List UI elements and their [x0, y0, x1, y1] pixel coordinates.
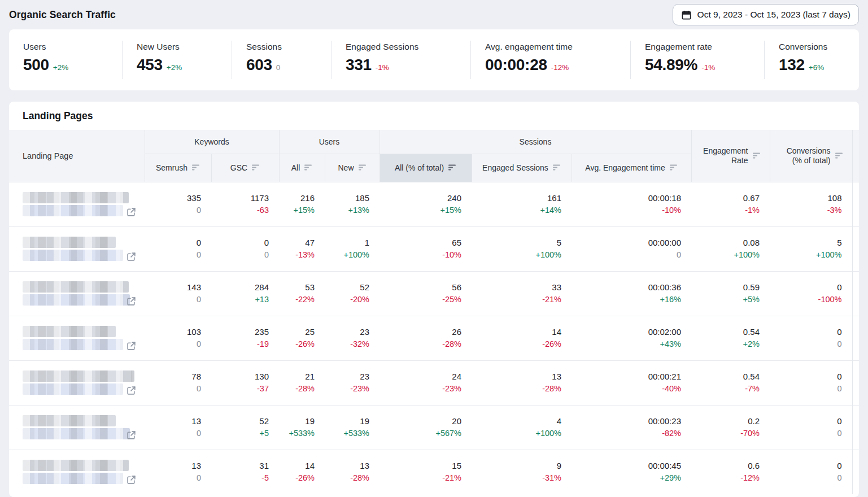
- cell-gsc-keywords[interactable]: 00: [211, 226, 279, 271]
- stat-value: 453: [137, 56, 163, 74]
- keyword-count-link[interactable]: 143: [145, 281, 201, 294]
- sort-icon[interactable]: [252, 163, 260, 172]
- keyword-count-link[interactable]: 0: [211, 237, 269, 249]
- column-header-semrush[interactable]: Semrush: [145, 154, 211, 182]
- external-link-icon[interactable]: [126, 296, 137, 307]
- keyword-count-link[interactable]: 103: [145, 326, 201, 338]
- delta: -5: [211, 472, 269, 484]
- external-link-icon[interactable]: [126, 251, 137, 262]
- next-column-sliver: [852, 405, 859, 450]
- column-header-users-new[interactable]: New: [325, 154, 380, 182]
- cell-semrush-keywords[interactable]: 130: [145, 450, 211, 494]
- column-header-conversions[interactable]: Conversions (% of total): [770, 130, 852, 182]
- keyword-count-link[interactable]: 235: [211, 326, 269, 338]
- delta: 0: [145, 249, 201, 261]
- keyword-count-link[interactable]: 52: [211, 415, 269, 428]
- external-link-icon[interactable]: [126, 341, 137, 351]
- stat-item: Engagement rate 54.89% -1%: [630, 41, 764, 79]
- cell-gsc-keywords[interactable]: 52+5: [211, 405, 279, 450]
- engagement-rate-label-line2: Rate: [731, 156, 748, 165]
- cell-avg-engagement-time: 00:00:21-40%: [572, 360, 691, 405]
- landing-page-blurred-title: [23, 326, 116, 337]
- value: 00:00:18: [572, 192, 681, 204]
- external-link-icon[interactable]: [126, 430, 137, 441]
- cell-gsc-keywords[interactable]: 284+13: [211, 271, 279, 316]
- keyword-count-link[interactable]: 130: [211, 370, 269, 383]
- date-range-picker[interactable]: Oct 9, 2023 - Oct 15, 2023 (last 7 days): [673, 4, 859, 25]
- delta: 0: [145, 204, 201, 216]
- external-link-icon[interactable]: [126, 474, 137, 485]
- sort-icon[interactable]: [553, 163, 561, 172]
- stat-item: Users 500 +2%: [9, 41, 122, 79]
- landing-page-cell[interactable]: [9, 182, 145, 226]
- column-header-gsc[interactable]: GSC: [211, 154, 279, 182]
- keyword-count-link[interactable]: 13: [145, 415, 201, 428]
- cell-semrush-keywords[interactable]: 1430: [145, 271, 211, 316]
- landing-page-cell[interactable]: [9, 226, 145, 271]
- sort-icon[interactable]: [192, 163, 200, 172]
- delta: -28%: [279, 383, 315, 395]
- keyword-count-link[interactable]: 31: [211, 460, 269, 472]
- landing-page-cell[interactable]: [9, 316, 145, 360]
- landing-page-cell[interactable]: [9, 271, 145, 316]
- stat-value: 132: [779, 56, 805, 74]
- value: 65: [380, 237, 461, 249]
- value: 00:02:00: [572, 326, 681, 338]
- column-header-engagement-rate[interactable]: Engagement Rate: [691, 130, 770, 182]
- column-header-users-all[interactable]: All: [279, 154, 325, 182]
- cell-sessions-all: 24-23%: [380, 360, 472, 405]
- external-link-icon[interactable]: [126, 385, 137, 396]
- sort-icon[interactable]: [835, 151, 843, 160]
- landing-page-blurred-title: [23, 415, 116, 426]
- column-header-sessions-all[interactable]: All (% of total): [380, 154, 472, 182]
- delta: 0: [145, 472, 201, 484]
- landing-page-blurred-title: [23, 192, 129, 203]
- stat-delta: +2%: [167, 63, 182, 72]
- stat-delta: -12%: [551, 63, 569, 72]
- landing-page-cell[interactable]: [9, 450, 145, 494]
- sort-icon[interactable]: [359, 163, 367, 172]
- cell-gsc-keywords[interactable]: 235-19: [211, 316, 279, 360]
- page-title: Organic Search Traffic: [9, 9, 116, 21]
- keyword-count-link[interactable]: 335: [145, 192, 201, 204]
- keyword-count-link[interactable]: 284: [211, 281, 269, 294]
- delta: +13: [211, 294, 269, 306]
- cell-engagement-rate: 0.08+100%: [691, 226, 770, 271]
- calendar-icon: [681, 10, 692, 20]
- delta: +5: [211, 428, 269, 439]
- sort-icon[interactable]: [670, 163, 678, 172]
- cell-gsc-keywords[interactable]: 130-37: [211, 360, 279, 405]
- table-row: 130 31-5 14-26% 13-28% 15-21% 9-31% 00:0…: [9, 450, 859, 494]
- cell-engaged-sessions: 4+100%: [472, 405, 572, 450]
- value: 19: [325, 415, 369, 428]
- cell-semrush-keywords[interactable]: 3350: [145, 182, 211, 226]
- cell-gsc-keywords[interactable]: 1173-63: [211, 182, 279, 226]
- landing-page-blurred-title: [23, 237, 116, 248]
- landing-page-cell[interactable]: [9, 405, 145, 450]
- column-header-avg-engagement-time[interactable]: Avg. Engagement time: [572, 154, 691, 182]
- cell-semrush-keywords[interactable]: 130: [145, 405, 211, 450]
- cell-gsc-keywords[interactable]: 31-5: [211, 450, 279, 494]
- keyword-count-link[interactable]: 13: [145, 460, 201, 472]
- cell-semrush-keywords[interactable]: 1030: [145, 316, 211, 360]
- cell-avg-engagement-time: 00:02:00+43%: [572, 316, 691, 360]
- sort-icon[interactable]: [753, 151, 761, 160]
- keyword-count-link[interactable]: 0: [145, 237, 201, 249]
- next-column-sliver: [852, 316, 859, 360]
- value: 0: [770, 370, 842, 383]
- sort-icon[interactable]: [304, 163, 312, 172]
- external-link-icon[interactable]: [126, 207, 137, 217]
- value: 0.2: [691, 415, 760, 428]
- cell-conversions: 00: [770, 316, 852, 360]
- keyword-count-link[interactable]: 1173: [211, 192, 269, 204]
- cell-engagement-rate: 0.2-70%: [691, 405, 770, 450]
- landing-page-cell[interactable]: [9, 360, 145, 405]
- stat-label: Engagement rate: [645, 42, 764, 52]
- cell-users-all: 21-28%: [279, 360, 325, 405]
- column-header-engaged-sessions[interactable]: Engaged Sessions: [472, 154, 572, 182]
- sort-icon[interactable]: [448, 163, 456, 172]
- cell-semrush-keywords[interactable]: 00: [145, 226, 211, 271]
- value: 13: [472, 370, 561, 383]
- cell-semrush-keywords[interactable]: 780: [145, 360, 211, 405]
- keyword-count-link[interactable]: 78: [145, 370, 201, 383]
